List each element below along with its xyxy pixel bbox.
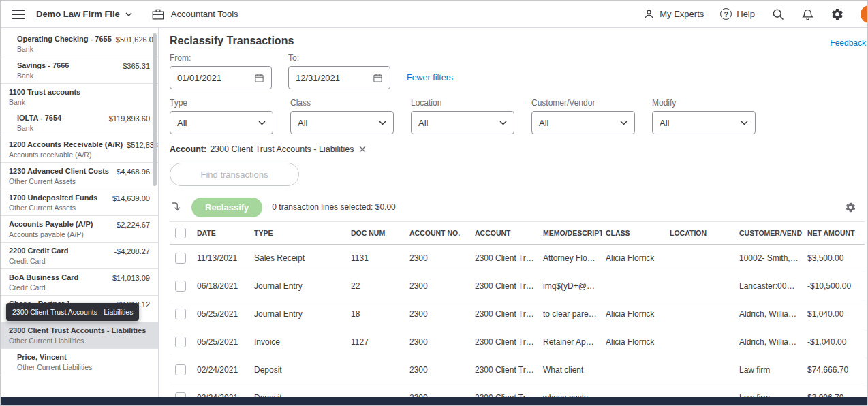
account-list-item[interactable]: 2200 Credit Card Credit Card -$4,208.27 (1, 243, 158, 269)
briefcase-icon (151, 8, 165, 20)
cell-date: 02/24/2021 (193, 384, 250, 399)
col-doc-num[interactable]: DOC NUM (347, 222, 405, 245)
col-location[interactable]: LOCATION (666, 222, 735, 245)
account-text: 1100 Trust accounts Bank (9, 88, 80, 106)
close-x-icon[interactable] (359, 146, 366, 153)
from-date-input[interactable]: 01/01/2021 (170, 66, 272, 89)
col-type[interactable]: TYPE (250, 222, 347, 245)
reclassify-button[interactable]: Reclassify (191, 198, 262, 217)
cell-date: 05/25/2021 (193, 328, 250, 356)
sidebar-scrollbar[interactable] (153, 33, 157, 186)
col-account-no[interactable]: ACCOUNT NO. (405, 222, 471, 245)
app-window: Demo Law Firm File Accountant Tools (0, 0, 868, 406)
col-customer-vendor[interactable]: CUSTOMER/VEND (735, 222, 803, 245)
col-account[interactable]: ACCOUNT (471, 222, 539, 245)
find-transactions-button[interactable]: Find transactions (170, 163, 299, 186)
account-name: 1700 Undeposited Funds (9, 193, 97, 202)
chevron-down-icon (499, 121, 507, 125)
move-down-arrow-icon[interactable] (170, 201, 182, 213)
account-balance: $501,626.07 (116, 35, 157, 44)
cell-location (666, 384, 735, 399)
filter-select[interactable]: All (170, 111, 273, 134)
filter-label: Class (290, 97, 394, 108)
cell-class: Alicia Florrick (602, 328, 666, 356)
table-row[interactable]: 06/18/2021 Journal Entry 22 2300 2300 Cl… (170, 272, 865, 300)
table-row[interactable]: 05/25/2021 Invoice 1127 2300 2300 Client… (170, 328, 865, 356)
calendar-icon[interactable] (254, 73, 264, 83)
gear-icon[interactable] (831, 7, 844, 21)
chevron-down-icon (741, 121, 748, 125)
select-all-checkbox[interactable] (175, 228, 186, 238)
row-checkbox[interactable] (175, 337, 186, 347)
my-experts-button[interactable]: My Experts (643, 8, 704, 20)
notification-bell-icon[interactable] (801, 7, 814, 21)
account-balance: $2,224.67 (117, 220, 150, 229)
filter-selected-value: All (539, 118, 548, 128)
account-list-item[interactable]: 2300 Client Trust Accounts - Liabilities… (1, 322, 158, 349)
table-row[interactable]: 02/24/2021 Deposit 2300 2300 Client Trus… (170, 384, 865, 399)
col-class[interactable]: CLASS (602, 222, 666, 245)
cell-customer-vendor: Lancaster:0003- ... (735, 272, 803, 300)
row-checkbox[interactable] (175, 364, 186, 375)
cell-type: Invoice (250, 328, 347, 356)
cell-account-no: 2300 (405, 272, 471, 300)
account-type: Accounts receivable (A/R) (9, 151, 123, 159)
to-date-input[interactable]: 12/31/2021 (288, 66, 390, 89)
avatar[interactable] (861, 5, 868, 23)
filter-select[interactable]: All (290, 111, 394, 134)
account-list-item[interactable]: BoA Business Card Credit Card $14,013.09 (1, 269, 158, 296)
account-type: Accounts payable (A/P) (9, 230, 93, 238)
account-text: Operating Checking - 7655 Bank (17, 35, 112, 53)
row-checkbox[interactable] (175, 281, 186, 292)
table-row[interactable]: 05/25/2021 Journal Entry 18 2300 2300 Cl… (170, 300, 865, 328)
date-filter-row: From: 01/01/2021 To: 12/31/2021 (170, 52, 856, 89)
row-checkbox[interactable] (175, 309, 186, 319)
account-list-item[interactable]: 1200 Accounts Receivable (A/R) Accounts … (1, 136, 158, 163)
account-text: Price, Vincent Other Current Liabilities (17, 353, 92, 371)
accountant-tools-button[interactable]: Accountant Tools (151, 8, 238, 20)
topbar: Demo Law Firm File Accountant Tools (1, 1, 867, 28)
account-list-item[interactable]: 1230 Advanced Client Costs Other Current… (1, 163, 158, 189)
filter-select[interactable]: All (411, 111, 514, 134)
chevron-down-icon (125, 12, 132, 16)
account-list-item[interactable]: 1100 Trust accounts Bank (1, 84, 158, 110)
cell-class (602, 272, 666, 300)
company-file-name: Demo Law Firm File (36, 9, 120, 19)
cell-memo: Attorney Florick ... (539, 245, 602, 272)
filter-field-group: Modify All (652, 97, 756, 134)
row-checkbox[interactable] (175, 253, 186, 264)
filter-selected-value: All (298, 118, 307, 128)
fewer-filters-link[interactable]: Fewer filters (407, 73, 453, 82)
search-icon[interactable] (771, 7, 785, 21)
account-list-item[interactable]: Accounts Payable (A/P) Accounts payable … (1, 216, 158, 243)
cell-memo: whose costs (539, 384, 602, 399)
account-chip-label: Account: (170, 144, 206, 154)
account-list-item[interactable]: Price, Vincent Other Current Liabilities (1, 349, 158, 375)
chevron-down-icon (258, 121, 266, 125)
col-date[interactable]: DATE (193, 222, 250, 245)
company-file-menu[interactable]: Demo Law Firm File (36, 9, 132, 19)
calendar-icon[interactable] (373, 73, 383, 83)
cell-net-amount: -$10,500.00 (803, 272, 865, 300)
account-type: Bank (9, 98, 80, 106)
account-text: 2300 Client Trust Accounts - Liabilities… (9, 326, 146, 345)
cell-date: 05/25/2021 (193, 300, 250, 328)
cell-type: Journal Entry (250, 272, 347, 300)
feedback-link[interactable]: Feedback (830, 38, 866, 48)
table-row[interactable]: 11/13/2021 Sales Receipt 1131 2300 2300 … (170, 245, 865, 272)
chevron-down-icon (379, 121, 386, 125)
hamburger-menu-icon[interactable] (12, 10, 25, 19)
filter-select[interactable]: All (652, 111, 756, 134)
table-gear-icon[interactable] (845, 202, 856, 213)
cell-account: 2300 Client Trus... (471, 328, 539, 356)
filter-select[interactable]: All (531, 111, 635, 134)
col-memo[interactable]: MEMO/DESCRIPT (539, 222, 602, 245)
account-list-item[interactable]: IOLTA - 7654 Bank $119,893.60 (1, 110, 158, 136)
help-button[interactable]: ? Help (720, 8, 755, 20)
col-net-amount[interactable]: NET AMOUNT (803, 222, 865, 245)
account-list-item[interactable]: Operating Checking - 7655 Bank $501,626.… (1, 31, 158, 57)
cell-checkbox (170, 245, 193, 272)
account-list-item[interactable]: 1700 Undeposited Funds Other Current Ass… (1, 189, 158, 216)
table-row[interactable]: 02/24/2021 Deposit 2300 2300 Client Trus… (170, 356, 865, 384)
account-list-item[interactable]: Savings - 7666 Bank $365.31 (1, 57, 158, 84)
